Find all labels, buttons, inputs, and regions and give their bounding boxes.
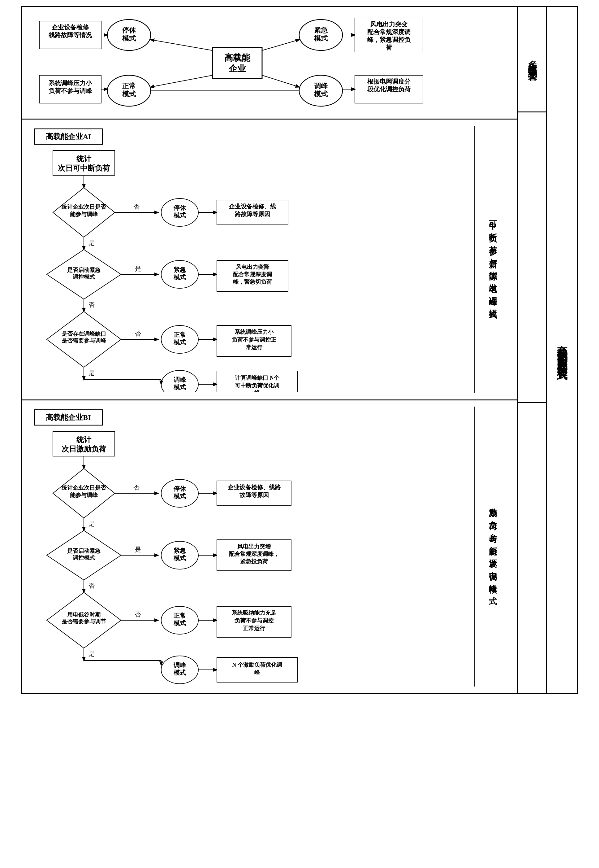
outer-container: 高载能 企业 停休 模式 紧急 模式 正常 模式 调峰 模式 (21, 6, 578, 694)
svg-text:统计: 统计 (76, 435, 92, 444)
svg-text:高载能企业BI: 高载能企业BI (46, 413, 91, 421)
svg-text:系统吸纳能力充足: 系统吸纳能力充足 (232, 610, 277, 616)
svg-text:高载能企业AI: 高载能企业AI (46, 132, 91, 140)
svg-text:配合常规深度调: 配合常规深度调 (233, 271, 272, 278)
section3-flow: 高载能企业BI 统计 次日激励负荷 统计企业次日是否 能参与调峰 否 (28, 407, 474, 687)
svg-text:是: 是 (89, 520, 95, 527)
svg-text:是否存在调峰缺口: 是否存在调峰缺口 (62, 331, 106, 337)
svg-text:峰，紧急调控负: 峰，紧急调控负 (367, 36, 411, 43)
svg-text:是: 是 (89, 650, 95, 657)
svg-rect-0 (212, 47, 262, 78)
svg-text:紧急: 紧急 (173, 266, 186, 273)
svg-text:次日激励负荷: 次日激励负荷 (62, 445, 107, 453)
svg-line-30 (262, 40, 299, 50)
svg-text:峰，警急切负荷: 峰，警急切负荷 (233, 279, 272, 285)
svg-text:负荷不参与调峰: 负荷不参与调峰 (48, 88, 92, 94)
section2-svg: 高载能企业AI 统计 次日可中断负荷 统计企业次日是否 能参与调峰 否 (28, 126, 446, 392)
svg-text:N 个激励负荷优化调: N 个激励负荷优化调 (232, 662, 282, 668)
section2-right-label (518, 112, 546, 403)
section3-sublabel-text: 激励 负荷 参与 新能 源发 电调 峰模 式 (487, 502, 499, 592)
svg-text:正常: 正常 (173, 612, 186, 619)
svg-text:系统调峰压力小: 系统调峰压力小 (235, 329, 274, 335)
svg-text:风电出力突增: 风电出力突增 (237, 543, 271, 549)
svg-text:是否启动紧急: 是否启动紧急 (67, 548, 101, 554)
svg-text:统计企业次日是否: 统计企业次日是否 (61, 485, 107, 491)
svg-text:风电出力突降: 风电出力突降 (235, 264, 269, 270)
svg-text:模式: 模式 (173, 212, 186, 219)
svg-line-32 (262, 75, 299, 87)
svg-text:否: 否 (135, 330, 141, 337)
svg-text:用电低谷时期: 用电低谷时期 (67, 611, 101, 618)
svg-text:模式: 模式 (173, 384, 186, 391)
svg-text:正常运行: 正常运行 (243, 625, 265, 631)
section3: 高载能企业BI 统计 次日激励负荷 统计企业次日是否 能参与调峰 否 (22, 400, 517, 693)
svg-text:故障等原因: 故障等原因 (239, 492, 269, 498)
svg-text:否: 否 (135, 611, 141, 618)
svg-text:能参与调峰: 能参与调峰 (70, 211, 98, 217)
svg-text:是否启动紧急: 是否启动紧急 (67, 267, 101, 273)
svg-text:高载能: 高载能 (224, 53, 251, 63)
svg-text:调峰: 调峰 (173, 662, 186, 669)
svg-text:是否需要参与调节: 是否需要参与调节 (62, 618, 107, 625)
section1-right-label: 多运行模式交替 (518, 7, 546, 112)
section2-sublabel: 可中 断负 荷参 与新 能源 发电 调峰 模式 (474, 126, 511, 393)
svg-text:模式: 模式 (173, 669, 186, 676)
svg-text:企业: 企业 (228, 64, 246, 73)
svg-text:调控模式: 调控模式 (73, 274, 95, 280)
svg-line-29 (151, 40, 212, 50)
svg-text:可中断负荷优化调: 可中断负荷优化调 (235, 382, 279, 389)
svg-text:是: 是 (89, 370, 95, 376)
svg-text:计算调峰缺口 N个: 计算调峰缺口 N个 (235, 375, 279, 381)
svg-text:否: 否 (133, 484, 140, 491)
svg-text:模式: 模式 (122, 90, 136, 98)
svg-text:路故障等原因: 路故障等原因 (235, 211, 270, 217)
svg-text:统计: 统计 (76, 154, 92, 163)
section3-sublabel: 激励 负荷 参与 新能 源发 电调 峰模 式 (474, 407, 511, 687)
main-content: 高载能 企业 停休 模式 紧急 模式 正常 模式 调峰 模式 (22, 7, 517, 693)
svg-text:调峰: 调峰 (173, 376, 186, 383)
svg-text:常运行: 常运行 (246, 344, 263, 350)
svg-text:负荷不参与调控: 负荷不参与调控 (234, 617, 274, 623)
svg-text:否: 否 (133, 203, 140, 210)
svg-text:模式: 模式 (173, 493, 186, 500)
svg-text:能参与调峰: 能参与调峰 (70, 492, 98, 498)
svg-text:否: 否 (89, 301, 95, 308)
svg-text:正常: 正常 (122, 82, 136, 90)
svg-text:否: 否 (89, 582, 95, 589)
svg-text:调峰: 调峰 (314, 82, 328, 90)
section1-label-text: 多运行模式交替 (526, 53, 539, 66)
svg-text:段优化调控负荷: 段优化调控负荷 (367, 86, 411, 93)
svg-text:是: 是 (135, 265, 141, 272)
svg-text:系统调峰压力小: 系统调峰压力小 (48, 80, 92, 86)
svg-rect-95 (217, 371, 297, 392)
svg-text:峰: 峰 (254, 389, 260, 392)
svg-text:正常: 正常 (173, 331, 186, 338)
svg-text:是否需要参与调峰: 是否需要参与调峰 (62, 338, 107, 344)
svg-text:模式: 模式 (173, 274, 186, 281)
svg-text:停休: 停休 (122, 26, 136, 34)
outer-right-label: 高载能负荷多时间尺度调节模式 (546, 7, 577, 693)
outer-right-label-text: 高载能负荷多时间尺度调节模式 (555, 337, 569, 363)
svg-text:次日可中断负荷: 次日可中断负荷 (58, 164, 110, 172)
svg-text:统计企业次日是否: 统计企业次日是否 (61, 204, 107, 210)
svg-text:是: 是 (89, 239, 95, 246)
section2-sublabel-text: 可中 断负 荷参 与新 能源 发电 调峰 模式 (487, 214, 499, 305)
svg-text:停休: 停休 (173, 485, 186, 492)
svg-text:根据电网调度分: 根据电网调度分 (367, 78, 411, 85)
svg-text:配合常规深度调峰，: 配合常规深度调峰， (229, 551, 279, 557)
svg-text:负荷不参与调控正: 负荷不参与调控正 (232, 337, 277, 343)
svg-text:调控模式: 调控模式 (73, 555, 95, 561)
right-labels: 多运行模式交替 (517, 7, 546, 693)
svg-text:模式: 模式 (173, 339, 186, 346)
svg-text:模式: 模式 (314, 90, 328, 98)
svg-text:紧急: 紧急 (314, 26, 328, 34)
svg-text:企业设备检修、线路: 企业设备检修、线路 (227, 484, 281, 491)
svg-text:紧急: 紧急 (173, 547, 186, 554)
svg-text:峰: 峰 (254, 670, 260, 676)
svg-text:停休: 停休 (173, 204, 186, 211)
svg-text:模式: 模式 (173, 555, 186, 562)
svg-text:线路故障等情况: 线路故障等情况 (48, 32, 92, 38)
section1-svg: 高载能 企业 停休 模式 紧急 模式 正常 模式 调峰 模式 (30, 17, 510, 109)
svg-text:企业设备检修: 企业设备检修 (51, 24, 89, 31)
svg-text:企业设备检修、线: 企业设备检修、线 (229, 203, 276, 210)
